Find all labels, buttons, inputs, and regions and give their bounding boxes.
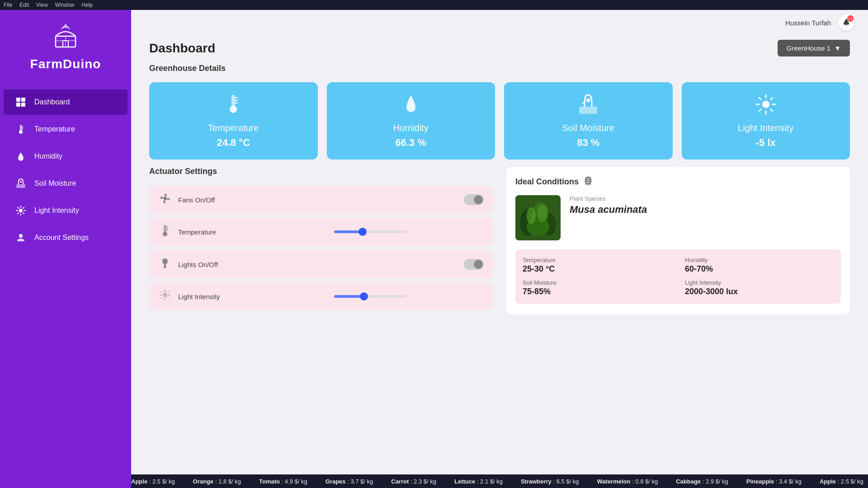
sidebar-item-light-intensity[interactable]: Light Intensity bbox=[4, 198, 127, 223]
condition-soil-value: 75-85% bbox=[523, 287, 671, 296]
greenhouse-selector-chevron: ▼ bbox=[834, 44, 841, 52]
main-content: Hussein Turfah 11 Dashboard GreenHouse 1… bbox=[131, 10, 868, 488]
menu-help[interactable]: Help bbox=[82, 2, 93, 8]
soil-moisture-card-label: Soil Moisture bbox=[562, 123, 614, 133]
ticker-item: Watermelon : 0.8 $/ kg bbox=[597, 478, 658, 485]
ticker-item: Pineapple : 3.4 $/ kg bbox=[746, 478, 802, 485]
condition-light-intensity: Light Intensity 2000-3000 lux bbox=[685, 279, 834, 296]
sidebar-item-label-light-intensity: Light Intensity bbox=[34, 206, 79, 215]
sidebar-item-soil-moisture[interactable]: Soil Moisture bbox=[4, 171, 127, 196]
temperature-slider[interactable] bbox=[334, 230, 406, 233]
humidity-card-value: 66.3 % bbox=[396, 137, 427, 149]
condition-soil-moisture: Soil Moisture 75-85% bbox=[523, 279, 671, 296]
two-column-section: Actuator Settings bbox=[149, 167, 850, 314]
svg-line-59 bbox=[168, 291, 169, 292]
svg-point-10 bbox=[19, 130, 23, 134]
sidebar-item-label-dashboard: Dashboard bbox=[34, 98, 70, 106]
ideal-conditions-title: Ideal Conditions bbox=[515, 177, 579, 187]
svg-line-40 bbox=[770, 109, 773, 112]
greenhouse-selector-button[interactable]: GreenHouse 1 ▼ bbox=[778, 40, 850, 56]
soil-moisture-card-value: 83 % bbox=[577, 137, 599, 149]
fans-icon bbox=[158, 192, 172, 207]
ideal-conditions-section: Ideal Conditions bbox=[506, 167, 850, 314]
svg-rect-44 bbox=[164, 225, 166, 232]
lights-icon bbox=[158, 257, 172, 272]
plant-details: Plant Species Musa acuminata bbox=[570, 195, 647, 240]
menu-view[interactable]: View bbox=[36, 2, 48, 8]
notification-badge: 11 bbox=[847, 15, 854, 22]
svg-rect-26 bbox=[231, 95, 235, 108]
condition-temperature-value: 25-30 °C bbox=[523, 264, 671, 274]
svg-point-25 bbox=[19, 234, 23, 238]
greenhouse-details-title: Greenhouse Details bbox=[149, 64, 850, 73]
account-nav-icon bbox=[14, 231, 27, 244]
svg-line-41 bbox=[759, 109, 761, 112]
lights-toggle[interactable] bbox=[464, 259, 484, 270]
notifications-button[interactable]: 11 bbox=[838, 14, 854, 31]
temperature-card-icon bbox=[224, 93, 242, 119]
lights-label: Lights On/Off bbox=[178, 261, 458, 268]
light-intensity-card-icon bbox=[755, 93, 777, 119]
sidebar-logo-text: FarmDuino bbox=[30, 57, 101, 71]
plant-species-label: Plant Species bbox=[570, 195, 647, 202]
svg-point-60 bbox=[587, 179, 590, 182]
svg-line-21 bbox=[18, 207, 19, 208]
svg-point-34 bbox=[762, 101, 769, 108]
sidebar-item-dashboard[interactable]: Dashboard bbox=[4, 89, 127, 115]
ticker-item: Lettuce : 2.1 $/ kg bbox=[454, 478, 503, 485]
ticker-item: Orange : 1.8 $/ kg bbox=[193, 478, 241, 485]
condition-temperature: Temperature 25-30 °C bbox=[523, 257, 671, 274]
condition-soil-label: Soil Moisture bbox=[523, 279, 671, 286]
conditions-grid: Temperature 25-30 °C Humidity 60-70% Soi… bbox=[515, 249, 841, 304]
dashboard-header: Dashboard GreenHouse 1 ▼ bbox=[149, 40, 850, 56]
condition-light-label: Light Intensity bbox=[685, 279, 834, 286]
soil-moisture-card-icon bbox=[577, 93, 599, 119]
light-intensity-card-value: -5 lx bbox=[756, 137, 776, 149]
condition-humidity-label: Humidity bbox=[685, 257, 834, 263]
top-bar: Hussein Turfah 11 bbox=[131, 10, 868, 35]
svg-point-67 bbox=[527, 207, 536, 224]
sidebar-item-temperature[interactable]: Temperature bbox=[4, 117, 127, 142]
soil-moisture-nav-icon bbox=[14, 177, 27, 190]
sidebar-item-label-humidity: Humidity bbox=[34, 152, 62, 160]
ideal-conditions-header: Ideal Conditions bbox=[515, 176, 841, 188]
svg-line-42 bbox=[770, 98, 773, 100]
temperature-nav-icon bbox=[14, 123, 27, 136]
condition-light-value: 2000-3000 lux bbox=[685, 287, 834, 296]
temperature-slider-container bbox=[334, 230, 484, 233]
soil-moisture-card: Soil Moisture 83 % bbox=[504, 82, 673, 160]
menu-window[interactable]: Window bbox=[55, 2, 75, 8]
svg-rect-5 bbox=[16, 98, 20, 102]
metric-cards: Temperature 24.8 °C Humidity 66.3 % bbox=[149, 82, 850, 160]
svg-line-58 bbox=[161, 298, 162, 299]
lights-control-card: Lights On/Off bbox=[149, 250, 493, 278]
temperature-ctrl-label: Temperature bbox=[178, 228, 328, 236]
svg-point-45 bbox=[163, 232, 167, 236]
sidebar-item-label-account-settings: Account Settings bbox=[34, 234, 89, 242]
price-ticker: Apple : 2.5 $/ kgOrange : 1.8 $/ kgTomat… bbox=[131, 474, 868, 488]
menu-file[interactable]: File bbox=[4, 2, 12, 8]
svg-point-15 bbox=[20, 181, 22, 183]
dashboard-content: Dashboard GreenHouse 1 ▼ Greenhouse Deta… bbox=[131, 35, 868, 474]
svg-point-32 bbox=[586, 99, 590, 102]
sidebar-item-account-settings[interactable]: Account Settings bbox=[4, 225, 127, 250]
sidebar-navigation: Dashboard Temperature bbox=[0, 80, 131, 259]
light-intensity-card: Light Intensity -5 lx bbox=[682, 82, 850, 160]
sidebar-item-humidity[interactable]: Humidity bbox=[4, 144, 127, 169]
svg-point-27 bbox=[230, 106, 237, 113]
menu-edit[interactable]: Edit bbox=[19, 2, 29, 8]
svg-rect-49 bbox=[164, 267, 166, 267]
ticker-item: Grapes : 3.7 $/ kg bbox=[326, 478, 373, 485]
light-intensity-slider[interactable] bbox=[334, 295, 406, 298]
svg-point-16 bbox=[19, 209, 23, 212]
humidity-card-icon bbox=[402, 93, 420, 119]
user-name: Hussein Turfah bbox=[785, 19, 831, 27]
fans-label: Fans On/Off bbox=[178, 196, 458, 204]
fans-toggle[interactable] bbox=[464, 194, 484, 205]
svg-line-56 bbox=[161, 291, 162, 292]
dashboard-icon bbox=[14, 96, 27, 108]
ticker-item: Strawberry : 6.5 $/ kg bbox=[521, 478, 579, 485]
svg-rect-6 bbox=[21, 98, 25, 102]
ticker-item: Apple : 2.5 $/ kg bbox=[820, 478, 863, 485]
ideal-conditions-settings-icon[interactable] bbox=[583, 176, 593, 188]
